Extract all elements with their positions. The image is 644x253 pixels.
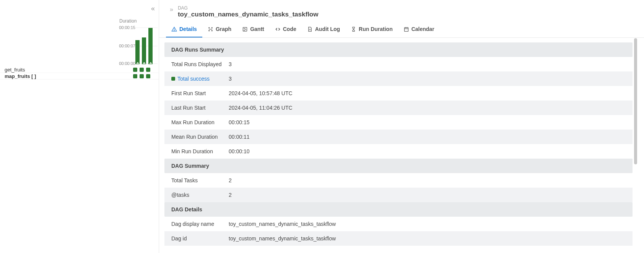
tab-label: Gantt (250, 26, 264, 32)
status-dot[interactable] (146, 74, 150, 78)
summary-row: Total Runs Displayed 3 (164, 57, 633, 71)
graph-icon (208, 26, 213, 32)
svg-point-4 (208, 30, 210, 31)
svg-rect-6 (209, 29, 212, 29)
row-label: Last Run Start (171, 105, 229, 111)
row-value: 00:00:11 (229, 134, 250, 140)
code-icon (275, 26, 281, 32)
bar-run[interactable] (135, 40, 140, 64)
tab-audit-log[interactable]: Audit Log (302, 21, 345, 37)
row-label: Dag display name (171, 221, 229, 227)
tab-label: Calendar (411, 26, 434, 32)
svg-point-3 (211, 27, 213, 28)
y-tick: 00:00:15 (119, 25, 135, 30)
tabs: Details Graph Gantt Code Audit Log Run D… (159, 21, 644, 38)
row-value: toy_custom_names_dynamic_tasks_taskflow (229, 235, 336, 242)
row-label: Dag id (171, 235, 229, 242)
row-label: Total Tasks (171, 177, 229, 183)
status-dot[interactable] (146, 68, 150, 72)
row-label: First Run Start (171, 90, 229, 96)
task-list: get_fruits map_fruits [ ] (0, 66, 159, 79)
row-label: Total success (171, 76, 229, 82)
detail-row: Dag display name toy_custom_names_dynami… (164, 217, 633, 231)
row-label: Mean Run Duration (171, 134, 229, 140)
tab-label: Details (179, 26, 197, 32)
section-header: DAG Runs Summary (164, 42, 633, 57)
tab-code[interactable]: Code (270, 21, 302, 37)
svg-point-5 (211, 30, 213, 31)
tab-label: Code (283, 26, 296, 32)
svg-rect-12 (309, 29, 311, 30)
row-value: 2 (229, 192, 232, 198)
row-value: 2 (229, 177, 232, 183)
task-name: map_fruits [ ] (5, 73, 133, 79)
tab-details[interactable]: Details (166, 21, 202, 37)
duration-label: Duration (119, 18, 137, 24)
breadcrumb: » DAG toy_custom_names_dynamic_tasks_tas… (159, 0, 644, 21)
status-dot[interactable] (133, 68, 137, 72)
svg-rect-13 (404, 28, 408, 31)
status-dot[interactable] (140, 68, 144, 72)
task-name: get_fruits (5, 67, 133, 73)
main-content: » DAG toy_custom_names_dynamic_tasks_tas… (159, 0, 644, 253)
expand-sidebar-button[interactable]: » (170, 6, 173, 13)
y-tick: 00:00:00 (119, 61, 135, 66)
task-row[interactable]: get_fruits (0, 66, 159, 73)
task-row[interactable]: map_fruits [ ] (0, 73, 159, 79)
summary-row: @tasks 2 (164, 188, 633, 202)
tab-run-duration[interactable]: Run Duration (345, 21, 398, 37)
tab-calendar[interactable]: Calendar (398, 21, 440, 37)
row-value: 00:00:10 (229, 148, 250, 154)
row-value: 3 (229, 61, 232, 67)
summary-row: Max Run Duration 00:00:15 (164, 115, 633, 130)
summary-row: Total success 3 (164, 71, 633, 86)
summary-row: Min Run Duration 00:00:10 (164, 144, 633, 159)
collapse-sidebar-button[interactable]: « (151, 5, 155, 13)
row-label: Max Run Duration (171, 119, 229, 125)
row-value: 00:00:15 (229, 119, 250, 125)
hourglass-icon (351, 26, 356, 32)
calendar-icon (403, 26, 409, 32)
warning-icon (171, 26, 177, 32)
tab-label: Graph (216, 26, 231, 32)
sidebar: « Duration 00:00:15 00:00:07 00:00:00 ge… (0, 0, 159, 253)
total-success-link[interactable]: Total success (177, 76, 210, 82)
page-title: toy_custom_names_dynamic_tasks_taskflow (178, 11, 319, 18)
row-value: 2024-04-05, 10:57:48 UTC (229, 90, 293, 96)
tab-label: Audit Log (315, 26, 340, 32)
summary-row: Total Tasks 2 (164, 173, 633, 188)
y-tick: 00:00:07 (119, 44, 135, 48)
details-content: DAG Runs Summary Total Runs Displayed 3 … (159, 38, 644, 253)
section-header: DAG Details (164, 202, 633, 217)
row-value: 2024-04-05, 11:04:26 UTC (229, 105, 293, 111)
breadcrumb-label: DAG (178, 5, 319, 11)
summary-row: First Run Start 2024-04-05, 10:57:48 UTC (164, 86, 633, 101)
tab-label: Run Duration (359, 26, 393, 32)
summary-row: Last Run Start 2024-04-05, 11:04:26 UTC (164, 101, 633, 115)
bars (135, 26, 153, 64)
row-label: @tasks (171, 192, 229, 198)
bar-run[interactable] (148, 28, 153, 64)
status-dot[interactable] (133, 74, 137, 78)
status-dot[interactable] (140, 74, 144, 78)
row-value: 3 (229, 76, 232, 82)
row-value: toy_custom_names_dynamic_tasks_taskflow (229, 221, 336, 227)
summary-row: Mean Run Duration 00:00:11 (164, 130, 633, 144)
gantt-icon (242, 26, 248, 32)
row-label: Total Runs Displayed (171, 61, 229, 67)
bar-run[interactable] (142, 37, 146, 64)
svg-point-2 (208, 27, 210, 28)
scrollbar-thumb[interactable] (634, 38, 637, 164)
tab-gantt[interactable]: Gantt (237, 21, 270, 37)
file-icon (307, 26, 313, 32)
svg-point-1 (174, 30, 174, 31)
section-header: DAG Summary (164, 159, 633, 173)
svg-rect-11 (309, 29, 311, 29)
tab-graph[interactable]: Graph (202, 21, 237, 37)
success-dot (171, 77, 175, 81)
duration-chart: 00:00:15 00:00:07 00:00:00 (119, 26, 155, 64)
row-label: Min Run Duration (171, 148, 229, 154)
detail-row: Dag id toy_custom_names_dynamic_tasks_ta… (164, 231, 633, 246)
